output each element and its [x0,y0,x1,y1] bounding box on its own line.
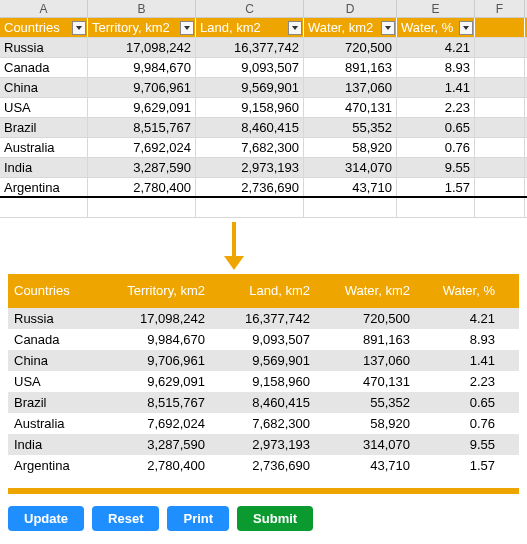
ocell-territory: 8,515,767 [98,392,213,413]
table-row: India3,287,5902,973,193314,0709.55 [0,158,527,178]
cell-water[interactable]: 43,710 [304,178,397,196]
arrow-container [0,218,527,272]
spreadsheet-grid: A B C D E F Countries Territory, km2 Lan… [0,0,527,272]
cell-land[interactable]: 9,569,901 [196,78,304,97]
cell-country[interactable]: China [0,78,88,97]
ocell-country: Russia [8,308,98,329]
cell-water[interactable]: 314,070 [304,158,397,177]
filter-icon[interactable] [180,21,194,35]
th-waterpct: Water, % [397,18,475,37]
col-header-F[interactable]: F [475,0,525,17]
ocell-water: 43,710 [318,455,418,476]
ocell-land: 2,973,193 [213,434,318,455]
ocell-territory: 9,706,961 [98,350,213,371]
cell-land[interactable]: 9,158,960 [196,98,304,117]
cell-waterpct[interactable]: 0.65 [397,118,475,137]
filter-icon[interactable] [381,21,395,35]
cell-territory[interactable]: 3,287,590 [88,158,196,177]
cell-waterpct[interactable]: 0.76 [397,138,475,157]
cell-country[interactable]: Argentina [0,178,88,196]
oh-waterpct: Water, % [418,274,503,308]
cell-water[interactable]: 137,060 [304,78,397,97]
th-countries: Countries [0,18,88,37]
table-header-row: Countries Territory, km2 Land, km2 Water… [0,18,527,38]
table-row: Australia7,692,0247,682,30058,9200.76 [0,138,527,158]
cell-country[interactable]: India [0,158,88,177]
cell-land[interactable]: 8,460,415 [196,118,304,137]
cell-territory[interactable]: 17,098,242 [88,38,196,57]
cell-water[interactable]: 720,500 [304,38,397,57]
cell-waterpct[interactable]: 9.55 [397,158,475,177]
filter-icon[interactable] [459,21,473,35]
submit-button[interactable]: Submit [237,506,313,531]
ocell-country: USA [8,371,98,392]
ocell-land: 8,460,415 [213,392,318,413]
ocell-country: Australia [8,413,98,434]
update-button[interactable]: Update [8,506,84,531]
output-row: Brazil8,515,7678,460,41555,3520.65 [8,392,519,413]
cell-territory[interactable]: 2,780,400 [88,178,196,196]
col-header-D[interactable]: D [304,0,397,17]
col-header-C[interactable]: C [196,0,304,17]
ocell-waterpct: 1.41 [418,350,503,371]
ocell-land: 9,093,507 [213,329,318,350]
ocell-country: Brazil [8,392,98,413]
cell-waterpct[interactable]: 1.57 [397,178,475,196]
cell-waterpct[interactable]: 4.21 [397,38,475,57]
cell-territory[interactable]: 7,692,024 [88,138,196,157]
ocell-waterpct: 9.55 [418,434,503,455]
empty-row [0,198,527,218]
oh-countries: Countries [8,274,98,308]
ocell-country: China [8,350,98,371]
ocell-land: 9,569,901 [213,350,318,371]
th-land: Land, km2 [196,18,304,37]
ocell-water: 55,352 [318,392,418,413]
ocell-water: 137,060 [318,350,418,371]
output-header-row: Countries Territory, km2 Land, km2 Water… [8,274,519,308]
footer-divider [8,488,519,494]
cell-land[interactable]: 7,682,300 [196,138,304,157]
cell-land[interactable]: 2,736,690 [196,178,304,196]
ocell-territory: 7,692,024 [98,413,213,434]
ocell-territory: 9,629,091 [98,371,213,392]
print-button[interactable]: Print [167,506,229,531]
cell-country[interactable]: Russia [0,38,88,57]
col-header-E[interactable]: E [397,0,475,17]
arrow-down-icon [232,222,236,256]
cell-water[interactable]: 58,920 [304,138,397,157]
cell-territory[interactable]: 9,706,961 [88,78,196,97]
table-row: China9,706,9619,569,901137,0601.41 [0,78,527,98]
filter-icon[interactable] [72,21,86,35]
cell-country[interactable]: USA [0,98,88,117]
cell-land[interactable]: 16,377,742 [196,38,304,57]
ocell-waterpct: 8.93 [418,329,503,350]
output-row: USA9,629,0919,158,960470,1312.23 [8,371,519,392]
ocell-waterpct: 0.76 [418,413,503,434]
cell-country[interactable]: Brazil [0,118,88,137]
cell-country[interactable]: Australia [0,138,88,157]
cell-waterpct[interactable]: 1.41 [397,78,475,97]
col-header-A[interactable]: A [0,0,88,17]
th-water: Water, km2 [304,18,397,37]
cell-territory[interactable]: 9,629,091 [88,98,196,117]
cell-water[interactable]: 470,131 [304,98,397,117]
ocell-land: 2,736,690 [213,455,318,476]
cell-land[interactable]: 2,973,193 [196,158,304,177]
cell-land[interactable]: 9,093,507 [196,58,304,77]
cell-territory[interactable]: 8,515,767 [88,118,196,137]
cell-country[interactable]: Canada [0,58,88,77]
ocell-country: Canada [8,329,98,350]
ocell-waterpct: 2.23 [418,371,503,392]
cell-waterpct[interactable]: 8.93 [397,58,475,77]
cell-waterpct[interactable]: 2.23 [397,98,475,117]
reset-button[interactable]: Reset [92,506,159,531]
col-header-B[interactable]: B [88,0,196,17]
table-row: USA9,629,0919,158,960470,1312.23 [0,98,527,118]
ocell-water: 314,070 [318,434,418,455]
cell-water[interactable]: 55,352 [304,118,397,137]
output-row: Canada9,984,6709,093,507891,1638.93 [8,329,519,350]
ocell-country: Argentina [8,455,98,476]
filter-icon[interactable] [288,21,302,35]
cell-water[interactable]: 891,163 [304,58,397,77]
cell-territory[interactable]: 9,984,670 [88,58,196,77]
